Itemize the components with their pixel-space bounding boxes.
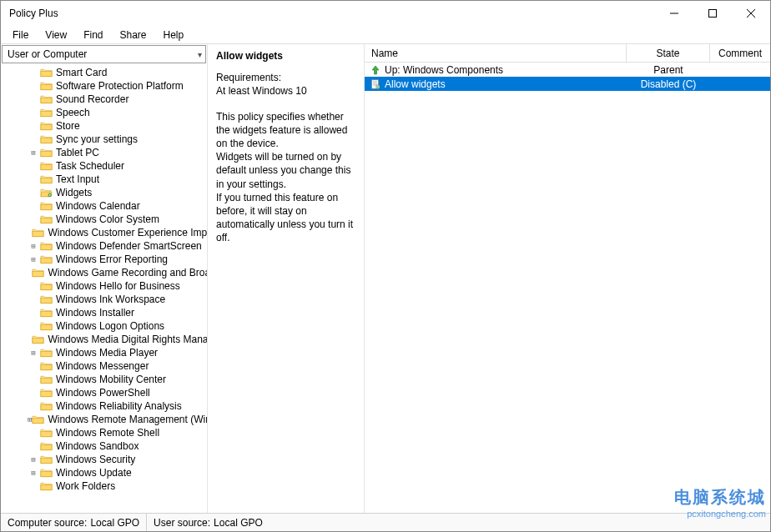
- maximize-button[interactable]: [693, 1, 732, 26]
- tree-node[interactable]: ·Windows Hello for Business: [3, 279, 207, 293]
- policy-tree[interactable]: ·Smart Card·Software Protection Platform…: [1, 64, 207, 513]
- folder-icon: [39, 360, 53, 372]
- svg-rect-25: [40, 352, 51, 357]
- list-row[interactable]: Up: Windows ComponentsParent: [365, 63, 770, 77]
- status-computer-value: Local GPO: [90, 517, 139, 529]
- folder-icon: [39, 173, 53, 185]
- tree-node-label: Windows Installer: [56, 307, 134, 319]
- column-comment[interactable]: Comment: [710, 44, 770, 62]
- folder-icon: [39, 107, 53, 118]
- tree-node-label: Work Folders: [56, 480, 115, 492]
- detail-requirements-label: Requirements:: [216, 71, 357, 84]
- folder-icon: [39, 307, 53, 319]
- tree-node[interactable]: ⊞Windows Defender SmartScreen: [3, 239, 207, 253]
- tree-node[interactable]: ⊞Windows Update: [3, 466, 207, 479]
- expand-icon[interactable]: ⊞: [28, 455, 39, 464]
- svg-rect-32: [40, 445, 51, 450]
- tree-node[interactable]: ·Text Input: [3, 173, 207, 186]
- expand-icon[interactable]: ⊞: [28, 255, 39, 263]
- svg-rect-19: [33, 272, 43, 277]
- svg-rect-12: [40, 178, 51, 183]
- tree-node-label: Tablet PC: [56, 147, 99, 158]
- tree-node[interactable]: ·Store: [3, 119, 207, 133]
- tree-node[interactable]: ·Windows Calendar: [3, 199, 207, 213]
- tree-node-label: Windows Customer Experience Improvement …: [48, 227, 207, 238]
- list-row-name: Up: Windows Components: [385, 64, 503, 76]
- tree-node[interactable]: ·Windows Remote Shell: [3, 426, 207, 439]
- titlebar: Policy Plus: [1, 1, 770, 26]
- tree-node[interactable]: ·Windows Mobility Center: [3, 373, 207, 386]
- tree-node[interactable]: ·Task Scheduler: [3, 159, 207, 173]
- tree-node-label: Sync your settings: [56, 133, 138, 145]
- list-rows[interactable]: Up: Windows ComponentsParentAllow widget…: [365, 63, 770, 513]
- menu-view[interactable]: View: [37, 28, 75, 43]
- tree-node-label: Windows Logon Options: [56, 320, 164, 332]
- tree-node[interactable]: ·Windows PowerShell: [3, 386, 207, 399]
- tree-node[interactable]: ·Windows Ink Workspace: [3, 293, 207, 306]
- tree-node[interactable]: ·Work Folders: [3, 479, 207, 493]
- folder-icon: [39, 480, 53, 492]
- tree-node[interactable]: ·Windows Color System: [3, 213, 207, 226]
- tree-node[interactable]: ·Windows Logon Options: [3, 319, 207, 333]
- folder-icon: [39, 440, 53, 452]
- folder-icon: [32, 227, 44, 238]
- tree-node[interactable]: ·Speech: [3, 106, 207, 119]
- tree-node[interactable]: ·Windows Messenger: [3, 359, 207, 373]
- expand-icon[interactable]: ⊞: [28, 469, 39, 477]
- svg-rect-26: [40, 365, 51, 370]
- close-button[interactable]: [732, 1, 770, 26]
- svg-rect-6: [40, 98, 51, 103]
- column-name[interactable]: Name: [365, 44, 627, 62]
- svg-rect-23: [40, 325, 51, 330]
- tree-node[interactable]: ·Windows Game Recording and Broadcasting: [3, 266, 207, 279]
- menu-find[interactable]: Find: [75, 28, 111, 43]
- window-controls: [655, 1, 770, 26]
- list-row[interactable]: Allow widgetsDisabled (C): [365, 77, 770, 91]
- menu-file[interactable]: File: [4, 28, 37, 43]
- tree-node[interactable]: ·Windows Installer: [3, 306, 207, 319]
- tree-node[interactable]: ·Windows Sandbox: [3, 439, 207, 453]
- tree-node-label: Windows Reliability Analysis: [56, 400, 182, 412]
- status-user-label: User source:: [154, 517, 210, 529]
- tree-node[interactable]: ⊞Windows Error Reporting: [3, 253, 207, 266]
- list-row-state: Parent: [627, 64, 710, 76]
- tree-node[interactable]: ⊞Tablet PC: [3, 146, 207, 159]
- svg-rect-14: [40, 205, 51, 210]
- folder-icon: [39, 467, 53, 479]
- chevron-down-icon: ▾: [198, 50, 202, 59]
- tree-node-label: Sound Recorder: [56, 93, 128, 105]
- svg-rect-24: [33, 339, 43, 344]
- expand-icon[interactable]: ⊞: [28, 148, 39, 157]
- folder-icon: [32, 414, 44, 425]
- policy-list-panel: Name State Comment Up: Windows Component…: [365, 44, 770, 513]
- list-row-name: Allow widgets: [385, 78, 446, 90]
- tree-node-label: Windows Media Digital Rights Management: [48, 334, 207, 345]
- scope-selector[interactable]: User or Computer ▾: [2, 45, 206, 63]
- menu-share[interactable]: Share: [111, 28, 154, 43]
- tree-node[interactable]: ⊞Windows Security: [3, 453, 207, 466]
- menu-help[interactable]: Help: [155, 28, 193, 43]
- tree-node[interactable]: ⊞Windows Remote Management (WinRM): [3, 413, 207, 426]
- list-row-state: Disabled (C): [627, 78, 710, 90]
- expand-icon[interactable]: ⊞: [28, 349, 39, 357]
- folder-icon: [39, 427, 53, 439]
- folder-icon: [39, 280, 53, 292]
- column-state[interactable]: State: [627, 44, 710, 62]
- tree-node[interactable]: ·Sound Recorder: [3, 93, 207, 106]
- tree-node[interactable]: ⊞Windows Media Player: [3, 346, 207, 359]
- tree-node[interactable]: ·Software Protection Platform: [3, 79, 207, 93]
- tree-node-label: Windows Error Reporting: [56, 253, 168, 265]
- tree-node[interactable]: ·Windows Reliability Analysis: [3, 399, 207, 413]
- folder-icon: [39, 454, 53, 465]
- tree-node[interactable]: ·Sync your settings: [3, 133, 207, 146]
- list-header: Name State Comment: [365, 44, 770, 63]
- svg-rect-21: [40, 299, 51, 304]
- folder-icon: [39, 80, 53, 92]
- tree-node[interactable]: ·Smart Card: [3, 66, 207, 79]
- tree-node[interactable]: ·Widgets: [3, 186, 207, 199]
- folder-icon: [39, 147, 53, 158]
- expand-icon[interactable]: ⊞: [28, 242, 39, 250]
- tree-node[interactable]: ·Windows Customer Experience Improvement…: [3, 226, 207, 239]
- tree-node[interactable]: ·Windows Media Digital Rights Management: [3, 333, 207, 346]
- minimize-button[interactable]: [655, 1, 693, 26]
